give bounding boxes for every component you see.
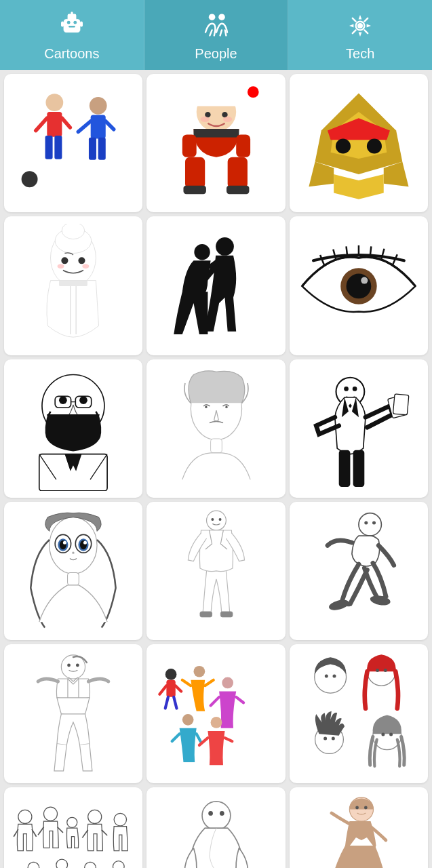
svg-point-151 (114, 813, 126, 825)
svg-line-125 (196, 734, 200, 741)
svg-line-62 (320, 255, 325, 267)
tab-cartoons[interactable]: Cartoons (0, 0, 144, 70)
svg-line-63 (333, 249, 336, 260)
svg-point-60 (346, 273, 371, 298)
grid-item-running-man[interactable] (290, 502, 428, 640)
grid-item-dancers-silhouette[interactable] (146, 216, 285, 355)
svg-point-50 (58, 264, 64, 269)
svg-line-124 (172, 734, 179, 741)
svg-rect-19 (55, 136, 62, 159)
svg-line-118 (182, 679, 191, 685)
tab-cartoons-label: Cartoons (44, 46, 99, 62)
svg-point-95 (83, 541, 87, 545)
svg-line-21 (62, 118, 71, 127)
svg-rect-79 (210, 439, 222, 453)
svg-point-109 (67, 663, 71, 667)
svg-point-139 (381, 732, 385, 736)
svg-rect-32 (193, 129, 239, 138)
svg-point-111 (165, 669, 176, 680)
grid-item-dancing-group[interactable] (146, 644, 285, 783)
tab-people-label: People (195, 46, 237, 62)
grid-item-fitness-woman[interactable] (4, 644, 142, 783)
svg-point-137 (332, 736, 335, 740)
svg-point-96 (72, 552, 74, 554)
svg-point-144 (44, 807, 58, 821)
svg-line-113 (159, 686, 166, 694)
grid-item-dancing-woman[interactable] (290, 787, 428, 868)
svg-point-147 (67, 817, 77, 827)
svg-point-154 (85, 862, 96, 868)
grid-item-group-people[interactable] (4, 787, 142, 868)
svg-point-103 (359, 513, 381, 536)
svg-rect-101 (200, 612, 212, 617)
svg-rect-85 (339, 450, 351, 487)
tab-tech[interactable]: Tech (288, 0, 432, 70)
svg-rect-6 (61, 22, 64, 27)
svg-point-156 (202, 802, 231, 830)
grid-item-fashion-man[interactable] (146, 502, 285, 640)
svg-line-121 (210, 696, 219, 705)
svg-rect-112 (166, 679, 175, 696)
grid-item-santa[interactable] (146, 74, 285, 212)
svg-line-122 (236, 696, 243, 702)
svg-rect-37 (182, 135, 196, 157)
svg-point-158 (220, 811, 224, 816)
tab-people[interactable]: People (144, 0, 289, 70)
svg-point-47 (62, 224, 84, 239)
svg-point-130 (325, 674, 328, 677)
tab-tech-label: Tech (346, 46, 374, 62)
svg-rect-36 (227, 186, 249, 195)
svg-point-8 (208, 14, 215, 20)
svg-point-3 (67, 21, 71, 24)
svg-point-55 (216, 237, 234, 256)
svg-line-13 (224, 30, 226, 35)
svg-point-82 (353, 387, 357, 391)
svg-point-43 (336, 139, 351, 154)
grid-item-anime-girl[interactable] (4, 502, 142, 640)
svg-line-28 (106, 121, 114, 130)
svg-point-110 (76, 663, 79, 667)
top-navigation: Cartoons People Te (0, 0, 432, 70)
svg-point-117 (193, 665, 205, 677)
svg-point-106 (328, 598, 350, 612)
svg-point-100 (218, 518, 221, 521)
svg-rect-86 (353, 450, 364, 487)
svg-line-10 (210, 30, 212, 35)
svg-point-61 (361, 277, 368, 283)
svg-point-108 (62, 654, 85, 678)
svg-rect-5 (68, 26, 75, 27)
svg-point-120 (222, 677, 233, 688)
svg-point-153 (56, 859, 68, 868)
svg-point-57 (194, 244, 210, 260)
svg-rect-2 (71, 12, 73, 15)
svg-rect-24 (91, 115, 106, 139)
grid-item-eye[interactable] (290, 216, 428, 355)
svg-rect-35 (183, 186, 205, 195)
svg-point-136 (323, 736, 327, 740)
svg-point-31 (247, 87, 258, 98)
svg-line-12 (220, 30, 221, 35)
grid-item-sad-woman[interactable] (146, 359, 285, 498)
svg-point-141 (18, 810, 32, 823)
svg-line-27 (79, 121, 91, 132)
grid-item-tuxedo-man[interactable] (290, 359, 428, 498)
svg-rect-26 (98, 138, 106, 160)
svg-point-4 (73, 21, 77, 24)
people-icon (200, 9, 233, 42)
grid-item-chef[interactable] (4, 216, 142, 355)
svg-line-115 (165, 696, 168, 708)
svg-point-123 (182, 713, 193, 725)
grid-item-knight[interactable] (290, 74, 428, 212)
svg-rect-25 (89, 138, 96, 160)
svg-rect-54 (59, 280, 87, 285)
svg-rect-97 (68, 573, 79, 585)
grid-item-bearded-man[interactable] (4, 359, 142, 498)
svg-point-44 (367, 139, 382, 154)
svg-point-77 (205, 406, 207, 408)
svg-line-11 (214, 30, 215, 35)
grid-item-soccer[interactable] (4, 74, 142, 212)
grid-item-crouching-figure[interactable] (146, 787, 285, 868)
grid-item-hair-styles[interactable] (290, 644, 428, 783)
svg-point-81 (344, 387, 349, 391)
svg-point-22 (21, 171, 39, 189)
